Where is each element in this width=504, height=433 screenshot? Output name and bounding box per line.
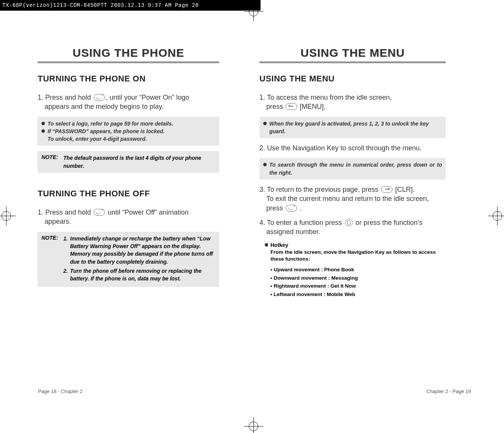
bullet-icon <box>265 243 268 247</box>
text: [CLR]. <box>395 186 415 193</box>
right-page: USING THE MENU USING THE MENU 1. To acce… <box>249 46 466 298</box>
header-print-info: TX-60P(verizon)1213-CDM-8450PTT 2003.12.… <box>0 0 261 11</box>
section-using-menu: USING THE MENU <box>259 74 446 84</box>
step-1-menu: 1. To access the menu from the idle scre… <box>259 93 446 111</box>
note-number: 1. <box>64 235 68 266</box>
text: 1. To access the menu from the idle scre… <box>259 94 392 101</box>
step-3-menu: 3. To return to the previous page, press… <box>259 185 446 213</box>
info-box-keyguard: When the key guard is activated, press 1… <box>259 117 446 138</box>
hotkey-item: • Leftward movement : Mobile Web <box>270 290 446 299</box>
left-page: USING THE PHONE TURNING THE PHONE ON 1. … <box>13 46 230 298</box>
hotkey-item: • Upward movement : Phone Book <box>270 266 446 274</box>
footer-left: Page 18 - Chapter 2 <box>38 388 83 394</box>
text: 4. To enter a function press <box>259 219 342 226</box>
section-turning-on: TURNING THE PHONE ON <box>38 74 219 84</box>
bullet-text: When the key guard is activated, press 1… <box>269 120 442 135</box>
text: press <box>266 204 283 212</box>
page-title-left: USING THE PHONE <box>38 46 219 59</box>
note-text: Immediately change or recharge the batte… <box>70 235 215 266</box>
hotkey-item: • Rightward movement : Get It Now <box>270 282 446 290</box>
hotkey-section: Hotkey From the idle screen, move the Na… <box>265 242 446 299</box>
bullet-text: To select a logo, refer to page 59 for m… <box>48 120 173 127</box>
title-underline <box>259 62 446 63</box>
note-box-on: NOTE: The default password is the last 4… <box>38 151 219 173</box>
power-key-icon <box>94 94 105 101</box>
bullet-text: To search through the menu in numerical … <box>269 161 442 177</box>
soft-key-icon <box>286 103 297 110</box>
power-key-icon <box>94 209 105 216</box>
clr-key-icon <box>381 186 393 193</box>
text: or press the function’s <box>356 219 423 226</box>
step-1-off: 1. Press and hold until “Power Off” anim… <box>38 208 219 226</box>
text: press <box>266 103 283 110</box>
hotkey-item: • Downward movement : Messaging <box>270 274 446 282</box>
text: . <box>300 204 302 212</box>
text: 1. Press and hold <box>38 209 91 216</box>
step-4-menu: 4. To enter a function press or press th… <box>259 218 446 237</box>
note-label: NOTE: <box>41 235 58 284</box>
text: To exit the current menu and return to t… <box>259 195 429 202</box>
note-text: Turn the phone off before removing or re… <box>70 267 215 283</box>
text: 3. To return to the previous page, press <box>259 186 378 193</box>
page-title-right: USING THE MENU <box>259 46 446 59</box>
nav-key-icon <box>345 219 353 226</box>
text: until “Power Off” animation <box>108 209 189 216</box>
text: assigned number. <box>259 228 320 236</box>
note-text: The default password is the last 4 digit… <box>64 154 215 170</box>
footer-right: Chapter 2 - Page 19 <box>426 388 471 394</box>
hotkey-title: Hotkey <box>270 242 288 248</box>
step-1-on: 1. Press and hold , until your “Power On… <box>38 93 219 111</box>
hotkey-desc: From the idle screen, move the Navigatio… <box>265 249 446 263</box>
power-key-icon <box>286 205 297 212</box>
text: appears and the melody begins to play. <box>38 103 164 110</box>
step-2-menu: 2. Use the Navigation Key to scroll thro… <box>259 143 446 153</box>
info-box-on: To select a logo, refer to page 59 for m… <box>38 117 219 146</box>
note-box-off: NOTE: 1.Immediately change or recharge t… <box>38 232 219 287</box>
text: appears. <box>38 218 71 225</box>
bullet-text: If “PASSWORD” appears, the phone is lock… <box>48 128 165 134</box>
text: , until your “Power On” logo <box>106 94 189 101</box>
note-label: NOTE: <box>41 154 58 170</box>
section-turning-off: TURNING THE PHONE OFF <box>38 189 219 199</box>
title-underline <box>38 62 219 63</box>
text: [MENU]. <box>300 103 326 110</box>
bullet-text: To unlock, enter your 4-digit password. <box>48 136 147 142</box>
text: 1. Press and hold <box>38 94 91 101</box>
note-number: 2. <box>64 267 68 283</box>
info-box-search: To search through the menu in numerical … <box>259 158 446 180</box>
